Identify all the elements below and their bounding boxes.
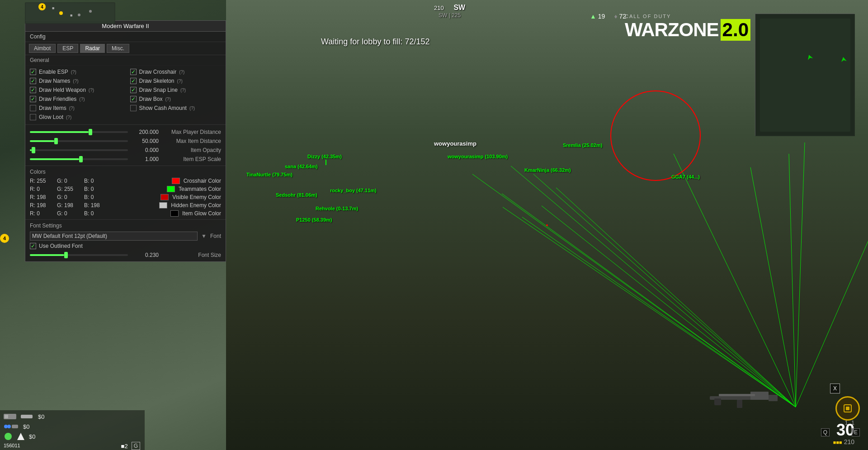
section-general: General (25, 55, 226, 66)
setting-glow-loot[interactable]: Glow Loot (?) (25, 113, 126, 122)
setting-draw-held-weapon[interactable]: Draw Held Weapon (?) (25, 85, 126, 95)
panel-config-label: Config (25, 32, 226, 42)
color-row-hidden-enemy: R: 198 G: 198 B: 198 Hidden Enemy Color (30, 201, 221, 209)
slider-fill-4 (30, 158, 79, 160)
svg-point-30 (5, 433, 12, 440)
warzone-logo: CALL OF DUTY WARZONE 2.0 (625, 14, 750, 41)
setting-draw-snap-line[interactable]: Draw Snap Line (?) (126, 85, 226, 95)
tab-esp[interactable]: ESP (57, 44, 78, 53)
e-button[interactable]: E (852, 428, 860, 436)
checkbox-enable-esp[interactable] (30, 69, 36, 75)
setting-draw-items[interactable]: Draw Items (?) (25, 104, 126, 113)
g-button[interactable]: G (132, 442, 140, 450)
checkbox-show-cash[interactable] (130, 105, 137, 111)
minimap-svg (755, 14, 855, 136)
slider-thumb-font[interactable] (64, 252, 68, 258)
svg-point-21 (89, 10, 92, 13)
player-count-1: ▲ 19 (590, 13, 605, 20)
swatch-hidden-enemy[interactable] (159, 202, 167, 208)
svg-rect-25 (5, 415, 8, 418)
checkbox-draw-names[interactable] (30, 78, 36, 84)
checkbox-draw-crosshair[interactable] (130, 69, 137, 75)
font-select[interactable]: MW Default Font 12pt (Default) (30, 232, 198, 241)
color-row-item-glow: R: 0 G: 0 B: 0 Item Glow Color (30, 209, 221, 218)
esp-tag-sremlia: Sremlia (25.02m) (563, 142, 602, 148)
slider-thumb-4[interactable] (79, 156, 83, 162)
svg-line-12 (796, 174, 868, 407)
round-badge: 4 (0, 234, 9, 243)
checkbox-glow-loot[interactable] (30, 114, 36, 120)
setting-draw-crosshair[interactable]: Draw Crosshair (?) (126, 67, 226, 76)
checkbox-draw-friendlies[interactable] (30, 96, 36, 102)
dropdown-arrow: ▼ (201, 233, 207, 239)
slider-thumb-1[interactable] (89, 129, 92, 135)
slider-track-1[interactable] (30, 131, 128, 133)
ammo-reserve-count: ■■■ 210 (833, 438, 854, 445)
tab-misc[interactable]: Misc. (107, 44, 129, 53)
swatch-teammates[interactable] (167, 186, 175, 192)
svg-marker-31 (17, 433, 24, 440)
font-section: Font Settings MW Default Font 12pt (Defa… (25, 219, 226, 261)
slider-value-4: 1.000 (132, 156, 159, 162)
svg-line-5 (522, 217, 796, 407)
cash-display-1: $0 (38, 413, 44, 420)
slider-value-font: 0.230 (132, 252, 159, 258)
slider-track-2[interactable] (30, 140, 128, 142)
swatch-item-glow[interactable] (170, 210, 179, 217)
weapon-svg (705, 385, 787, 412)
checkbox-draw-held-weapon[interactable] (30, 87, 36, 93)
colors-section: Colors R: 255 G: 0 B: 0 Crosshair Color … (25, 166, 226, 219)
settings-grid: Enable ESP (?) Draw Crosshair (?) Draw N… (25, 66, 226, 123)
setting-enable-esp[interactable]: Enable ESP (?) (25, 67, 126, 76)
total-cash-display: 156011 (4, 443, 141, 448)
slot-indicators: 1 1 (845, 420, 854, 426)
svg-rect-39 (737, 400, 742, 408)
slider-track-4[interactable] (30, 158, 128, 160)
slider-track-font[interactable] (30, 254, 128, 256)
checkbox-draw-snap-line[interactable] (130, 87, 137, 93)
checkbox-draw-skeleton[interactable] (130, 78, 137, 84)
swatch-crosshair[interactable] (172, 178, 180, 184)
colors-header: Colors (30, 168, 221, 177)
svg-text:■: ■ (52, 6, 54, 10)
svg-rect-29 (12, 425, 18, 428)
svg-line-7 (556, 188, 796, 407)
setting-draw-friendlies[interactable]: Draw Friendlies (?) (25, 95, 126, 104)
swatch-visible-enemy[interactable] (160, 194, 169, 200)
slider-thumb-2[interactable] (54, 138, 58, 144)
setting-draw-names[interactable]: Draw Names (?) (25, 76, 126, 85)
slider-track-3[interactable] (30, 149, 128, 151)
checkbox-draw-items[interactable] (30, 105, 36, 111)
warzone-text: WARZONE (625, 20, 719, 39)
interact-button[interactable] (835, 396, 860, 421)
tab-radar[interactable]: Radar (80, 44, 105, 53)
setting-draw-box[interactable]: Draw Box (?) (126, 95, 226, 104)
cod-text: CALL OF DUTY (625, 14, 750, 19)
round-count-label: ■2 (121, 443, 128, 450)
checkbox-draw-box[interactable] (130, 96, 137, 102)
setting-empty (126, 113, 226, 122)
setting-show-cash[interactable]: Show Cash Amount (?) (126, 104, 226, 113)
q-button[interactable]: Q (821, 428, 830, 436)
slider-label-3: Item Opacity (162, 147, 221, 153)
esp-healthbar (326, 160, 326, 165)
svg-line-1 (511, 166, 796, 407)
slider-thumb-3[interactable] (32, 147, 35, 153)
slider-section: 200.000 Max Player Distance 50.000 Max I… (25, 126, 226, 166)
minimap-top: ■ ■ 4 (25, 2, 115, 24)
color-row-visible-enemy: R: 198 G: 0 B: 0 Visible Enemy Color (30, 193, 221, 201)
checkbox-use-outlined[interactable] (30, 243, 36, 249)
tab-bar: Aimbot ESP Radar Misc. (25, 42, 226, 55)
slot-1: 1 (845, 420, 848, 426)
svg-line-0 (533, 174, 796, 407)
hud-items-row1: $0 (4, 412, 141, 421)
x-button[interactable]: X (830, 384, 840, 393)
setting-use-outlined[interactable]: Use Outlined Font (30, 242, 221, 251)
esp-tag-sana: sana (42.64m) (285, 164, 318, 169)
setting-draw-skeleton[interactable]: Draw Skeleton (?) (126, 76, 226, 85)
svg-point-28 (7, 425, 11, 428)
tab-aimbot[interactable]: Aimbot (29, 44, 56, 53)
color-row-crosshair: R: 255 G: 0 B: 0 Crosshair Color (30, 177, 221, 185)
crosshair-dot (546, 224, 548, 226)
svg-rect-33 (846, 407, 849, 410)
